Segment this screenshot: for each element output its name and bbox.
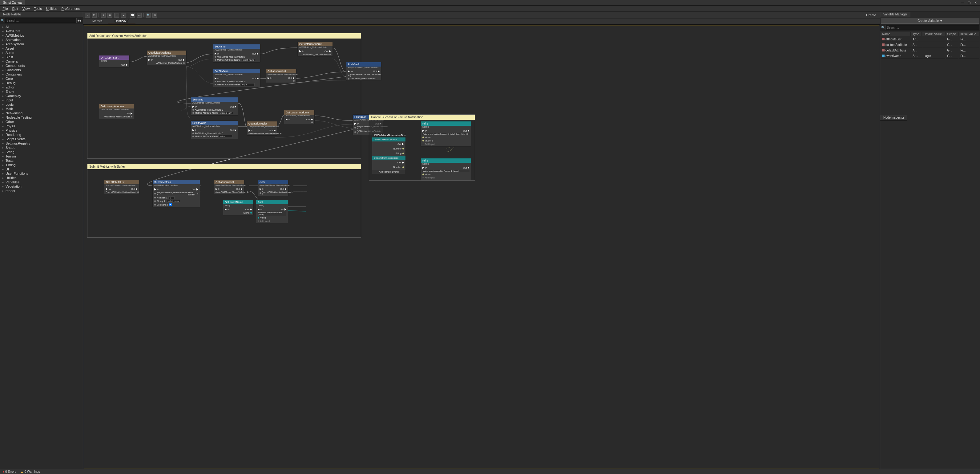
node-get-default-attribute-2[interactable]: Get defaultAttribute	[298, 42, 332, 46]
doc-tab-metrics[interactable]: Metrics	[86, 19, 108, 24]
submit-string[interactable]	[166, 200, 180, 203]
variable-manager-tab[interactable]: Variable Manager	[880, 12, 910, 17]
menu-view[interactable]: View	[22, 7, 30, 11]
palette-category-rendering[interactable]: ▸Rendering	[0, 132, 83, 137]
palette-category-settingsregistry[interactable]: ▸SettingsRegistry	[0, 141, 83, 145]
setstr2-value[interactable]	[219, 135, 232, 138]
node-get-custom-attribute-2[interactable]: Get customAttribute	[284, 110, 314, 115]
toolbtn-align-right[interactable]: ⫟	[114, 13, 119, 18]
palette-category-vegetation[interactable]: ▸Vegetation	[0, 184, 83, 188]
palette-category-other[interactable]: ▸Other	[0, 120, 83, 124]
var-row-attributelist[interactable]: attributeListAr...G...Fr...	[881, 37, 979, 42]
setname2-value[interactable]	[219, 112, 233, 114]
group-header-2[interactable]: Submit Metrics with Buffer	[88, 164, 361, 169]
create-variable-button[interactable]: Create Variable ▼	[881, 18, 979, 24]
palette-category-awsmetrics[interactable]: ▸AWSMetrics	[0, 33, 83, 38]
palette-category-debug[interactable]: ▸Debug	[0, 81, 83, 85]
toolbtn-1[interactable]: ▫	[85, 13, 90, 18]
palette-category-audio[interactable]: ▸Audio	[0, 51, 83, 55]
var-col-default-value[interactable]: Default Value	[923, 32, 945, 37]
palette-category-editor[interactable]: ▸Editor	[0, 85, 83, 89]
node-clear[interactable]: clear	[258, 180, 288, 184]
palette-category-awscore[interactable]: ▸AWSCore	[0, 29, 83, 33]
submit-bool[interactable]	[169, 203, 172, 206]
palette-category-variables[interactable]: ▸Variables	[0, 180, 83, 184]
toolbtn-nosign[interactable]: ⊘	[153, 13, 158, 18]
node-palette-tab[interactable]: Node Palette	[0, 12, 83, 17]
palette-add-button[interactable]: +▾	[77, 19, 82, 23]
toolbtn-align-left[interactable]: ⫞	[101, 13, 106, 18]
toolbtn-align-top[interactable]: ⫠	[121, 13, 126, 18]
var-col-name[interactable]: Name	[881, 32, 911, 37]
palette-category-constants[interactable]: ▸Constants	[0, 68, 83, 72]
palette-category-ui[interactable]: ▸UI	[0, 167, 83, 171]
varmgr-search-input[interactable]	[885, 25, 979, 30]
node-setname-2[interactable]: SetName	[191, 97, 238, 102]
palette-category-nodeable-testing[interactable]: ▸Nodeable Testing	[0, 115, 83, 120]
node-get-attrlist-2[interactable]: Get attributeList	[247, 121, 277, 126]
menu-edit[interactable]: Edit	[12, 7, 18, 11]
window-minimize[interactable]: —	[960, 1, 965, 5]
palette-category-ai[interactable]: ▸AI	[0, 25, 83, 29]
palette-category-math[interactable]: ▸Math	[0, 107, 83, 111]
palette-category-string[interactable]: ▸String	[0, 150, 83, 154]
palette-category-blast[interactable]: ▸Blast	[0, 55, 83, 59]
node-print-success[interactable]: Print	[421, 158, 471, 163]
toolbtn-zoom[interactable]: 🔍	[146, 13, 151, 18]
palette-category-networking[interactable]: ▸Networking	[0, 111, 83, 115]
palette-category-animation[interactable]: ▸Animation	[0, 38, 83, 42]
var-row-customattribute[interactable]: customAttributeA...G...Fr...	[881, 43, 979, 48]
add-remove-events[interactable]: Add/Remove Events	[372, 170, 406, 174]
var-row-eventname[interactable]: eventNameSt...LoginG...Fr...	[881, 54, 979, 59]
node-on-graph-start[interactable]: On Graph Start	[99, 56, 129, 60]
palette-category-input[interactable]: ▸Input	[0, 98, 83, 102]
node-get-default-attribute-1[interactable]: Get defaultAttribute	[147, 51, 186, 55]
palette-category-logic[interactable]: ▸Logic	[0, 102, 83, 107]
menu-file[interactable]: File	[2, 7, 8, 11]
node-get-attrlist-3[interactable]: Get attributeList	[104, 180, 139, 184]
group-header-3[interactable]: Handle Success or Failure Notification	[369, 115, 475, 120]
node-pushback-1[interactable]: PushBack	[346, 62, 381, 67]
palette-category-asset[interactable]: ▸Asset	[0, 46, 83, 51]
palette-category-containers[interactable]: ▸Containers	[0, 72, 83, 77]
var-col-initial-value[interactable]: Initial Value	[959, 32, 979, 37]
node-setname-1[interactable]: SetName	[213, 45, 260, 49]
var-col-type[interactable]: Type	[912, 32, 922, 37]
palette-category-tests[interactable]: ▸Tests	[0, 158, 83, 163]
node-get-attrlist-4[interactable]: Get attributeList	[214, 180, 244, 184]
node-submit-metrics[interactable]: SubmitMetrics	[153, 180, 200, 184]
menu-utilities[interactable]: Utilities	[46, 7, 57, 11]
var-row-defaultattribute[interactable]: defaultAttributeA...G...Fr...	[881, 48, 979, 53]
toolbtn-align-center[interactable]: ≡	[107, 13, 112, 18]
palette-category-physx[interactable]: ▸PhysX	[0, 124, 83, 128]
status-errors[interactable]: 0 Errors	[2, 470, 16, 473]
setname1-value[interactable]	[241, 59, 255, 61]
create-button[interactable]: Create	[864, 13, 878, 18]
menu-preferences[interactable]: Preferences	[62, 7, 80, 11]
setstr1-value[interactable]	[241, 83, 255, 86]
var-col-scope[interactable]: Scope	[946, 32, 958, 37]
node-get-eventname[interactable]: Get eventName	[223, 200, 253, 204]
graph-canvas[interactable]: Add Default and Custom Metrics Attribute…	[84, 25, 879, 468]
status-warnings[interactable]: 0 Warnings	[21, 470, 40, 473]
menu-tools[interactable]: Tools	[34, 7, 42, 11]
group-header-1[interactable]: Add Default and Custom Metrics Attribute…	[88, 33, 361, 38]
palette-category-utilities[interactable]: ▸Utilities	[0, 176, 83, 180]
palette-category-script-events[interactable]: ▸Script Events	[0, 137, 83, 141]
palette-category-camera[interactable]: ▸Camera	[0, 59, 83, 64]
palette-category-gameplay[interactable]: ▸Gameplay	[0, 94, 83, 98]
palette-category-entity[interactable]: ▸Entity	[0, 89, 83, 94]
palette-category-core[interactable]: ▸Core	[0, 77, 83, 81]
node-get-custom-attribute-1[interactable]: Get customAttribute	[99, 104, 134, 109]
palette-category-timing[interactable]: ▸Timing	[0, 163, 83, 167]
node-setstrvalue-2[interactable]: SetStrValue	[191, 121, 238, 125]
node-inspector-tab[interactable]: Node Inspector	[880, 115, 907, 121]
node-print-failure[interactable]: Print	[421, 121, 471, 126]
palette-category-render[interactable]: ▸render	[0, 188, 83, 193]
toolbtn-group[interactable]: ▭	[137, 13, 142, 18]
palette-search-input[interactable]	[5, 18, 77, 23]
node-print-1[interactable]: Print	[256, 200, 288, 204]
toolbtn-comment[interactable]: 💬	[130, 13, 135, 18]
node-get-attrlist-1[interactable]: Get attributeList	[266, 69, 296, 73]
palette-category-areasystem[interactable]: ▸AreaSystem	[0, 42, 83, 46]
